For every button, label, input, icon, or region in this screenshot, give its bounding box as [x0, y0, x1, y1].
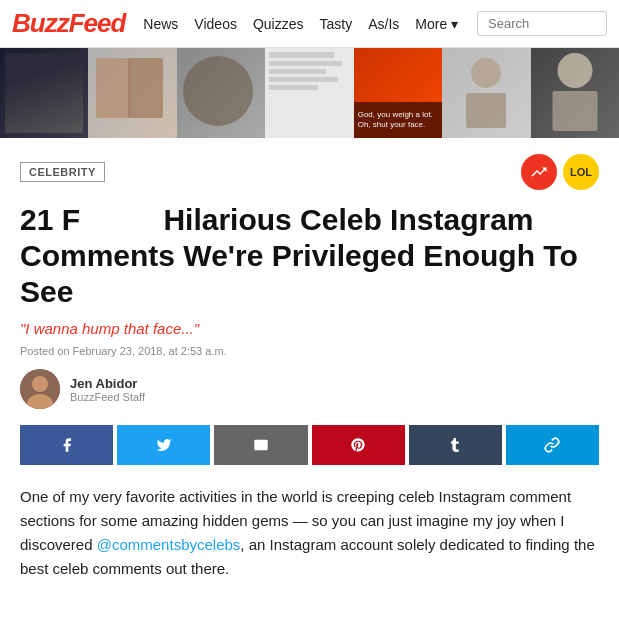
share-pinterest-button[interactable] [312, 425, 405, 465]
main-content: CELEBRITY LOL 21 F Hilarious Celeb Insta… [0, 138, 619, 597]
share-tumblr-button[interactable] [409, 425, 502, 465]
badge-icons: LOL [521, 154, 599, 190]
share-facebook-button[interactable] [20, 425, 113, 465]
nav-videos[interactable]: Videos [194, 16, 237, 32]
strip-image-7[interactable] [531, 48, 619, 138]
header: BuzzFeed News Videos Quizzes Tasty As/Is… [0, 0, 619, 48]
strip-image-4[interactable] [265, 48, 353, 138]
share-email-button[interactable] [214, 425, 307, 465]
share-row [20, 425, 599, 465]
author-avatar[interactable] [20, 369, 60, 409]
category-row: CELEBRITY LOL [20, 154, 599, 190]
nav-quizzes[interactable]: Quizzes [253, 16, 304, 32]
title-number: 21 F [20, 203, 163, 236]
nav-links: News Videos Quizzes Tasty As/Is More ▾ [143, 16, 459, 32]
image-strip: God, you weigh a lot.Oh, shut your face. [0, 48, 619, 138]
svg-point-1 [32, 376, 48, 392]
nav-more[interactable]: More ▾ [415, 16, 458, 32]
lol-badge[interactable]: LOL [563, 154, 599, 190]
article-title: 21 F Hilarious Celeb Instagram Comments … [20, 202, 599, 310]
article-body: One of my very favorite activities in th… [20, 485, 599, 581]
strip-image-3[interactable] [177, 48, 265, 138]
author-role: BuzzFeed Staff [70, 391, 145, 403]
article-subtitle: "I wanna hump that face..." [20, 320, 599, 337]
strip-image-5[interactable]: God, you weigh a lot.Oh, shut your face. [354, 48, 442, 138]
nav-tasty[interactable]: Tasty [320, 16, 353, 32]
strip-image-1[interactable] [0, 48, 88, 138]
strip-image-2[interactable] [88, 48, 176, 138]
logo[interactable]: BuzzFeed [12, 8, 125, 39]
author-info: Jen Abidor BuzzFeed Staff [70, 376, 145, 403]
category-badge[interactable]: CELEBRITY [20, 162, 105, 182]
strip-image-6[interactable] [442, 48, 530, 138]
post-meta: Posted on February 23, 2018, at 2:53 a.m… [20, 345, 599, 357]
nav-news[interactable]: News [143, 16, 178, 32]
share-link-button[interactable] [506, 425, 599, 465]
search-input[interactable] [477, 11, 607, 36]
body-link[interactable]: @commentsbycelebs [97, 536, 241, 553]
trending-badge[interactable] [521, 154, 557, 190]
author-row: Jen Abidor BuzzFeed Staff [20, 369, 599, 409]
share-twitter-button[interactable] [117, 425, 210, 465]
nav-asis[interactable]: As/Is [368, 16, 399, 32]
author-name[interactable]: Jen Abidor [70, 376, 145, 391]
